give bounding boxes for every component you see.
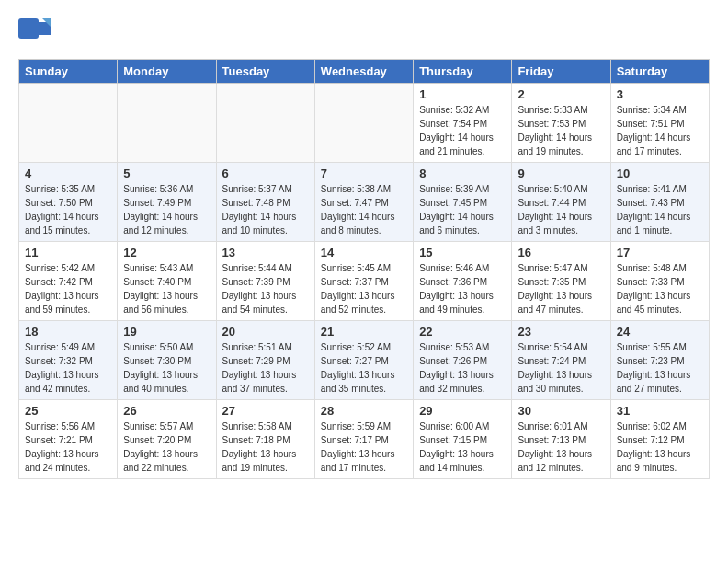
calendar-week-4: 18Sunrise: 5:49 AMSunset: 7:32 PMDayligh…	[19, 321, 710, 400]
calendar-cell	[216, 84, 314, 163]
day-info: Sunrise: 5:44 AMSunset: 7:39 PMDaylight:…	[222, 261, 309, 316]
calendar-header-friday: Friday	[512, 60, 610, 84]
day-info: Sunrise: 5:39 AMSunset: 7:45 PMDaylight:…	[419, 182, 506, 237]
day-info: Sunrise: 5:53 AMSunset: 7:26 PMDaylight:…	[419, 340, 506, 396]
day-info: Sunrise: 5:52 AMSunset: 7:27 PMDaylight:…	[321, 340, 407, 396]
day-info: Sunrise: 5:59 AMSunset: 7:17 PMDaylight:…	[321, 419, 407, 475]
calendar-table: SundayMondayTuesdayWednesdayThursdayFrid…	[18, 59, 710, 479]
day-info: Sunrise: 5:54 AMSunset: 7:24 PMDaylight:…	[518, 340, 604, 396]
day-number: 27	[222, 404, 309, 418]
calendar-cell: 14Sunrise: 5:45 AMSunset: 7:37 PMDayligh…	[314, 242, 413, 321]
calendar-cell: 18Sunrise: 5:49 AMSunset: 7:32 PMDayligh…	[19, 321, 118, 400]
calendar-header-wednesday: Wednesday	[314, 60, 413, 84]
day-info: Sunrise: 5:37 AMSunset: 7:48 PMDaylight:…	[222, 182, 309, 237]
calendar-cell: 6Sunrise: 5:37 AMSunset: 7:48 PMDaylight…	[216, 163, 314, 242]
day-info: Sunrise: 5:41 AMSunset: 7:43 PMDaylight:…	[617, 182, 703, 237]
day-number: 19	[123, 325, 210, 339]
calendar-cell: 30Sunrise: 6:01 AMSunset: 7:13 PMDayligh…	[512, 400, 610, 479]
day-info: Sunrise: 6:01 AMSunset: 7:13 PMDaylight:…	[518, 419, 604, 475]
calendar-cell: 29Sunrise: 6:00 AMSunset: 7:15 PMDayligh…	[414, 400, 512, 479]
calendar-cell: 27Sunrise: 5:58 AMSunset: 7:18 PMDayligh…	[216, 400, 314, 479]
day-number: 22	[419, 325, 506, 339]
calendar-week-3: 11Sunrise: 5:42 AMSunset: 7:42 PMDayligh…	[19, 242, 710, 321]
calendar-header-monday: Monday	[118, 60, 216, 84]
day-info: Sunrise: 5:49 AMSunset: 7:32 PMDaylight:…	[25, 340, 111, 396]
day-number: 29	[419, 404, 506, 418]
calendar-cell: 2Sunrise: 5:33 AMSunset: 7:53 PMDaylight…	[512, 84, 610, 163]
day-info: Sunrise: 5:34 AMSunset: 7:51 PMDaylight:…	[617, 103, 703, 158]
day-number: 24	[617, 325, 703, 339]
day-number: 28	[321, 404, 407, 418]
calendar-week-2: 4Sunrise: 5:35 AMSunset: 7:50 PMDaylight…	[19, 163, 710, 242]
day-number: 4	[25, 167, 111, 180]
calendar-cell: 12Sunrise: 5:43 AMSunset: 7:40 PMDayligh…	[118, 242, 216, 321]
calendar-cell: 1Sunrise: 5:32 AMSunset: 7:54 PMDaylight…	[414, 84, 512, 163]
day-info: Sunrise: 5:45 AMSunset: 7:37 PMDaylight:…	[321, 261, 407, 316]
day-number: 3	[617, 87, 703, 101]
day-number: 25	[25, 404, 111, 418]
calendar-cell: 5Sunrise: 5:36 AMSunset: 7:49 PMDaylight…	[118, 163, 216, 242]
day-info: Sunrise: 5:56 AMSunset: 7:21 PMDaylight:…	[25, 419, 111, 475]
calendar-cell	[19, 84, 118, 163]
calendar-cell: 4Sunrise: 5:35 AMSunset: 7:50 PMDaylight…	[19, 163, 118, 242]
calendar-cell: 8Sunrise: 5:39 AMSunset: 7:45 PMDaylight…	[414, 163, 512, 242]
day-info: Sunrise: 5:35 AMSunset: 7:50 PMDaylight:…	[25, 182, 111, 237]
calendar-cell: 31Sunrise: 6:02 AMSunset: 7:12 PMDayligh…	[610, 400, 709, 479]
day-info: Sunrise: 5:48 AMSunset: 7:33 PMDaylight:…	[617, 261, 703, 316]
day-number: 12	[123, 246, 210, 259]
calendar-week-1: 1Sunrise: 5:32 AMSunset: 7:54 PMDaylight…	[19, 84, 710, 163]
calendar-week-5: 25Sunrise: 5:56 AMSunset: 7:21 PMDayligh…	[19, 400, 710, 479]
calendar-cell: 25Sunrise: 5:56 AMSunset: 7:21 PMDayligh…	[19, 400, 118, 479]
logo	[18, 18, 55, 44]
day-info: Sunrise: 5:58 AMSunset: 7:18 PMDaylight:…	[222, 419, 309, 475]
calendar-cell: 17Sunrise: 5:48 AMSunset: 7:33 PMDayligh…	[610, 242, 709, 321]
day-number: 8	[419, 167, 506, 180]
day-number: 26	[123, 404, 210, 418]
day-info: Sunrise: 5:38 AMSunset: 7:47 PMDaylight:…	[321, 182, 407, 237]
calendar-header-row: SundayMondayTuesdayWednesdayThursdayFrid…	[19, 60, 710, 84]
day-info: Sunrise: 5:55 AMSunset: 7:23 PMDaylight:…	[617, 340, 703, 396]
day-info: Sunrise: 5:42 AMSunset: 7:42 PMDaylight:…	[25, 261, 111, 316]
calendar-cell: 15Sunrise: 5:46 AMSunset: 7:36 PMDayligh…	[414, 242, 512, 321]
day-info: Sunrise: 5:32 AMSunset: 7:54 PMDaylight:…	[419, 103, 506, 158]
day-number: 18	[25, 325, 111, 339]
day-number: 16	[518, 246, 604, 259]
day-number: 2	[518, 87, 604, 101]
day-number: 23	[518, 325, 604, 339]
day-number: 9	[518, 167, 604, 180]
calendar-cell: 22Sunrise: 5:53 AMSunset: 7:26 PMDayligh…	[414, 321, 512, 400]
day-number: 5	[123, 167, 210, 180]
day-number: 21	[321, 325, 407, 339]
calendar-cell: 28Sunrise: 5:59 AMSunset: 7:17 PMDayligh…	[314, 400, 413, 479]
day-info: Sunrise: 5:40 AMSunset: 7:44 PMDaylight:…	[518, 182, 604, 237]
calendar-header-saturday: Saturday	[610, 60, 709, 84]
logo-icon	[18, 18, 51, 44]
day-number: 6	[222, 167, 309, 180]
day-info: Sunrise: 5:50 AMSunset: 7:30 PMDaylight:…	[123, 340, 210, 396]
calendar-header-thursday: Thursday	[414, 60, 512, 84]
day-number: 31	[617, 404, 703, 418]
day-number: 11	[25, 246, 111, 259]
calendar-cell: 23Sunrise: 5:54 AMSunset: 7:24 PMDayligh…	[512, 321, 610, 400]
calendar-cell: 11Sunrise: 5:42 AMSunset: 7:42 PMDayligh…	[19, 242, 118, 321]
page-header	[18, 18, 710, 44]
day-info: Sunrise: 5:51 AMSunset: 7:29 PMDaylight:…	[222, 340, 309, 396]
day-number: 10	[617, 167, 703, 180]
calendar-header-tuesday: Tuesday	[216, 60, 314, 84]
day-number: 30	[518, 404, 604, 418]
day-number: 1	[419, 87, 506, 101]
calendar-cell: 9Sunrise: 5:40 AMSunset: 7:44 PMDaylight…	[512, 163, 610, 242]
day-number: 14	[321, 246, 407, 259]
day-number: 15	[419, 246, 506, 259]
day-number: 20	[222, 325, 309, 339]
day-number: 13	[222, 246, 309, 259]
calendar-header-sunday: Sunday	[19, 60, 118, 84]
calendar-cell: 20Sunrise: 5:51 AMSunset: 7:29 PMDayligh…	[216, 321, 314, 400]
svg-rect-0	[18, 18, 39, 39]
calendar-cell: 21Sunrise: 5:52 AMSunset: 7:27 PMDayligh…	[314, 321, 413, 400]
calendar-cell: 10Sunrise: 5:41 AMSunset: 7:43 PMDayligh…	[610, 163, 709, 242]
day-number: 7	[321, 167, 407, 180]
calendar-cell	[314, 84, 413, 163]
calendar-cell: 19Sunrise: 5:50 AMSunset: 7:30 PMDayligh…	[118, 321, 216, 400]
calendar-cell: 7Sunrise: 5:38 AMSunset: 7:47 PMDaylight…	[314, 163, 413, 242]
